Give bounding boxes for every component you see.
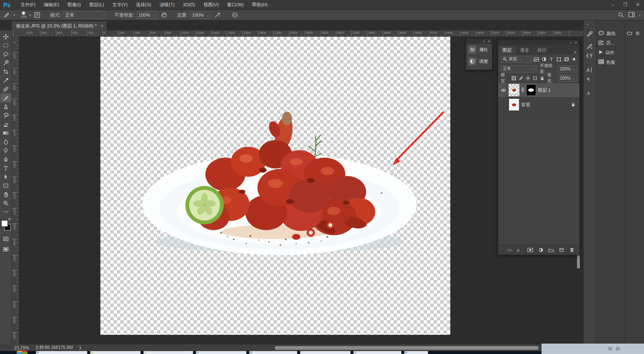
pen-tool[interactable]: [0, 155, 11, 163]
menu-item[interactable]: 帮助(H): [248, 0, 272, 10]
horizontal-ruler[interactable]: 1000800600400200020040060080010001200140…: [12, 30, 583, 37]
zoom-percentage[interactable]: 23.29%: [14, 345, 29, 350]
menu-item[interactable]: 视图(V): [199, 0, 223, 10]
menu-item[interactable]: 文件(F): [16, 0, 40, 10]
pressure-opacity-icon[interactable]: [160, 11, 168, 19]
minimize-button[interactable]: –: [607, 0, 619, 10]
lock-image-pixels-icon[interactable]: [518, 75, 524, 81]
start-button[interactable]: [17, 351, 27, 354]
swap-colors-icon[interactable]: ⇄: [8, 217, 11, 221]
taskbar-window-thumbnail[interactable]: [90, 351, 141, 354]
gradient-tool[interactable]: [0, 128, 11, 137]
eraser-tool[interactable]: [0, 120, 11, 128]
brushes-panel-icon[interactable]: [585, 42, 594, 50]
tab-layers[interactable]: 图层: [498, 46, 516, 55]
tab-channels[interactable]: 通道: [516, 46, 533, 55]
filter-type-layers-icon[interactable]: [549, 56, 554, 62]
layer-thumbnail[interactable]: [509, 84, 519, 96]
quick-selection-tool[interactable]: [0, 58, 11, 67]
opacity-select[interactable]: 100% ⌄: [137, 11, 158, 19]
color-panel-button[interactable]: 颜色: [596, 29, 624, 38]
brush-tool-icon[interactable]: [2, 11, 11, 19]
rectangle-tool[interactable]: [0, 181, 11, 190]
document-tab[interactable]: 修这张.JPG @ 23.3% (图层 1, RGB/8) * ×: [12, 21, 107, 30]
close-panel-icon[interactable]: ✕: [574, 41, 577, 45]
quick-mask-mode-button[interactable]: [0, 234, 11, 243]
fill-select[interactable]: 100% ⌄: [558, 75, 577, 82]
brush-settings-panel-icon[interactable]: [585, 30, 594, 38]
brush-preset-picker[interactable]: 175: [21, 11, 26, 19]
blur-tool[interactable]: [0, 137, 11, 146]
chevron-down-icon[interactable]: ▾: [29, 13, 30, 17]
search-icon[interactable]: [618, 12, 624, 19]
taskbar-window-thumbnail[interactable]: [353, 351, 402, 354]
layer-opacity-select[interactable]: 100% ⌄: [558, 65, 577, 73]
flow-select[interactable]: 100% ⌄: [190, 11, 211, 19]
history-brush-tool[interactable]: [0, 111, 11, 120]
visibility-eye-icon[interactable]: [500, 83, 507, 97]
panel-menu-icon[interactable]: ≡: [574, 50, 579, 55]
brush-tool[interactable]: [0, 93, 11, 102]
taskbar-window-thumbnail[interactable]: [249, 351, 297, 354]
zoom-tool[interactable]: [0, 198, 11, 207]
history-panel-button[interactable]: 历...: [596, 38, 624, 48]
paragraph-panel-icon[interactable]: ¶: [585, 75, 594, 83]
screen-mode-button[interactable]: [0, 245, 11, 254]
layer-name[interactable]: 背景: [521, 102, 530, 108]
smoothing-icon[interactable]: [231, 11, 239, 19]
tool-presets-panel-icon[interactable]: [585, 51, 594, 60]
document-canvas[interactable]: [100, 37, 450, 335]
collapse-panel-icon[interactable]: »: [570, 41, 572, 45]
path-selection-tool[interactable]: [0, 172, 11, 181]
menu-item[interactable]: 文字(Y): [108, 0, 132, 10]
menu-item[interactable]: 3D(D): [179, 0, 199, 10]
layer-row-layer1[interactable]: 图层 1: [498, 83, 579, 98]
taskbar-window-thumbnail[interactable]: [196, 351, 247, 354]
vertical-scrollbar-thumb[interactable]: [577, 255, 580, 269]
status-chevron-icon[interactable]: ❯: [79, 346, 82, 350]
adjustments-panel-button[interactable]: 调整: [466, 55, 492, 67]
filter-toggle-icon[interactable]: [571, 56, 577, 62]
add-layer-mask-icon[interactable]: [527, 247, 534, 253]
filter-adjustment-layers-icon[interactable]: [541, 56, 547, 62]
marquee-tool[interactable]: [0, 41, 11, 50]
layer-styles-fx-icon[interactable]: fx: [517, 247, 523, 253]
layer-name[interactable]: 图层 1: [538, 87, 551, 93]
taskbar-window-thumbnail[interactable]: [300, 351, 351, 354]
filter-type-select[interactable]: 类型 ⌄: [501, 56, 532, 63]
crop-tool[interactable]: [0, 67, 11, 76]
edit-toolbar-ellipsis-icon[interactable]: [0, 207, 11, 216]
toggle-brush-panel-icon[interactable]: [33, 11, 41, 19]
lock-all-icon[interactable]: [539, 75, 545, 81]
menu-item[interactable]: 选择(S): [132, 0, 155, 10]
layer-blend-mode-select[interactable]: 正常 ⌄: [501, 65, 537, 73]
new-group-icon[interactable]: [548, 247, 554, 253]
lock-artboard-icon[interactable]: [532, 75, 538, 81]
taskbar-window-thumbnail[interactable]: [404, 351, 428, 354]
workspace-switcher-icon[interactable]: [628, 12, 635, 18]
close-button[interactable]: ✕: [632, 0, 644, 10]
layer-mask-thumbnail[interactable]: [527, 85, 536, 95]
tab-paths[interactable]: 路径: [533, 46, 551, 55]
libraries-panel-button[interactable]: 库: [624, 29, 644, 38]
layer-thumbnail[interactable]: [509, 99, 519, 110]
lock-transparent-pixels-icon[interactable]: [511, 75, 517, 81]
airbrush-icon[interactable]: [214, 11, 222, 19]
vertical-ruler[interactable]: 0200400600800100012001400160018002000220…: [12, 36, 19, 344]
delete-layer-trash-icon[interactable]: [569, 247, 575, 253]
blend-mode-select[interactable]: 正常 ⌄: [63, 11, 105, 19]
taskbar-window-thumbnail[interactable]: [143, 351, 193, 354]
new-adjustment-layer-icon[interactable]: [537, 247, 544, 253]
layer-row-background[interactable]: 背景: [498, 98, 579, 112]
horizontal-scrollbar-thumb[interactable]: [275, 346, 539, 350]
swatches-panel-button[interactable]: 色板: [596, 58, 624, 67]
tray-icon[interactable]: [616, 347, 620, 351]
lasso-tool[interactable]: [0, 50, 11, 58]
collapse-panel-icon[interactable]: »: [483, 40, 485, 43]
tab-close-icon[interactable]: ×: [101, 24, 103, 28]
properties-panel-button[interactable]: 属性: [466, 44, 492, 55]
taskbar-window-thumbnail[interactable]: [36, 351, 87, 354]
close-panel-icon[interactable]: ✕: [487, 40, 490, 43]
type-tool[interactable]: [0, 163, 11, 172]
glyphs-panel-icon[interactable]: A: [585, 89, 594, 97]
